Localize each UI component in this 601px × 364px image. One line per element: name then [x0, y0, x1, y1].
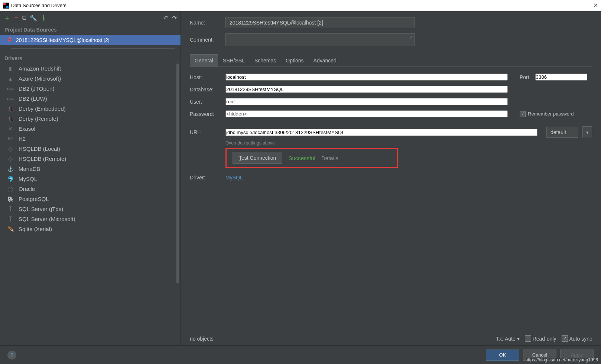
db-icon: ⚓ [7, 166, 14, 172]
db-icon: 🎩 [7, 106, 14, 112]
url-mode-select[interactable]: default [546, 127, 578, 138]
checkbox-icon: ✓ [562, 335, 568, 342]
db-icon: ▲ [7, 76, 14, 82]
db-icon: 🎩 [7, 116, 14, 122]
driver-item[interactable]: H2H2 [0, 134, 181, 144]
tab-advanced[interactable]: Advanced [309, 54, 341, 66]
add-icon[interactable]: ＋ [4, 13, 10, 22]
svg-rect-1 [3, 3, 6, 5]
db-icon: ◯ [7, 186, 14, 192]
user-label: User: [190, 99, 221, 105]
expand-icon[interactable]: ⤢ [409, 35, 412, 39]
project-sources-header: Project Data Sources [0, 25, 181, 35]
database-label: Database: [190, 87, 221, 92]
tab-general[interactable]: General [190, 54, 218, 66]
user-input[interactable] [225, 98, 508, 105]
driver-item[interactable]: 🐘PostgreSQL [0, 194, 181, 204]
close-icon[interactable]: ✕ [593, 2, 598, 9]
db-icon: DB2 [7, 87, 14, 91]
details-link[interactable]: Details [321, 155, 338, 161]
redo-icon[interactable]: ↷ [172, 14, 177, 22]
driver-item[interactable]: 🪶Sqlite (Xerial) [0, 224, 181, 234]
driver-item[interactable]: ▮Amazon Redshift [0, 64, 181, 74]
tab-options[interactable]: Options [281, 54, 308, 66]
drivers-header: Drivers [0, 53, 181, 64]
driver-item[interactable]: DB2DB2 (JTOpen) [0, 84, 181, 94]
driver-item[interactable]: ⚓MariaDB [0, 164, 181, 174]
db-icon: 🐘 [7, 196, 14, 202]
port-input[interactable] [535, 74, 587, 81]
database-input[interactable] [225, 86, 508, 93]
db-icon: ◎ [7, 156, 14, 162]
db-icon: 🪶 [7, 226, 14, 232]
content-panel: Name: Comment: ⤢ General SSH/SSL Schemas… [181, 11, 601, 345]
tab-schemas[interactable]: Schemas [250, 54, 281, 66]
comment-input[interactable]: ⤢ [225, 33, 415, 46]
autosync-checkbox[interactable]: ✓ Auto sync [562, 335, 592, 342]
driver-label: Driver: [190, 175, 221, 181]
db-icon: ◎ [7, 146, 14, 152]
password-input[interactable] [225, 110, 508, 117]
pin-icon: 📌 [6, 36, 13, 44]
name-label: Name: [190, 20, 221, 26]
port-label: Port: [520, 74, 531, 80]
checkbox-icon: ✓ [520, 111, 526, 117]
tabs: General SSH/SSL Schemas Options Advanced [190, 54, 592, 67]
footer: ? OK Cancel Apply [0, 345, 601, 364]
db-icon: 🗄 [7, 206, 14, 212]
override-note: Overrides settings above [225, 140, 592, 146]
tx-dropdown[interactable]: Tx: Auto ▾ [496, 336, 519, 342]
driver-item[interactable]: DB2DB2 (LUW) [0, 94, 181, 104]
chevron-down-icon: ▾ [517, 336, 520, 342]
bottom-bar: no objects Tx: Auto ▾ Read-only ✓ Auto s… [190, 335, 592, 342]
db-icon: ✕ [7, 126, 14, 132]
checkbox-icon [525, 335, 531, 342]
scrollbar[interactable] [176, 64, 179, 283]
sidebar: ＋ − ⧉ 🔧 ⭳ ↶ ↷ Project Data Sources 📌 201… [0, 11, 181, 345]
help-icon[interactable]: ? [7, 351, 16, 360]
ok-button[interactable]: OK [486, 350, 519, 361]
tab-sshssl[interactable]: SSH/SSL [218, 54, 250, 66]
remember-password-checkbox[interactable]: ✓ Remember password [520, 111, 574, 117]
undo-icon[interactable]: ↶ [163, 14, 168, 22]
intellij-icon [3, 3, 9, 9]
svg-rect-2 [6, 6, 9, 8]
driver-item[interactable]: ◎HSQLDB (Remote) [0, 154, 181, 164]
driver-link[interactable]: MySQL [225, 175, 243, 181]
driver-item[interactable]: 🎩Derby (Remote) [0, 114, 181, 124]
data-source-label: 20181229SSHtestMYSQL@localhost [2] [16, 37, 110, 43]
status-success: Successful [288, 155, 315, 161]
db-icon: DB2 [7, 97, 14, 101]
driver-item[interactable]: 🐬MySQL [0, 174, 181, 184]
copy-icon[interactable]: ⧉ [22, 14, 26, 21]
no-objects-label: no objects [190, 336, 214, 342]
url-input[interactable] [225, 129, 537, 136]
apply-button[interactable]: Apply [560, 350, 594, 361]
remove-icon[interactable]: − [14, 14, 18, 22]
test-connection-button[interactable]: Test Connection [233, 152, 282, 164]
titlebar: Data Sources and Drivers ✕ [0, 0, 601, 11]
driver-item[interactable]: 🗄SQL Server (Microsoft) [0, 214, 181, 224]
chevron-down-icon[interactable]: ▾ [582, 126, 592, 138]
settings-icon[interactable]: 🔧 [30, 14, 37, 22]
driver-item[interactable]: 🎩Derby (Embedded) [0, 104, 181, 114]
db-icon: 🐬 [7, 176, 14, 182]
host-input[interactable] [225, 74, 508, 81]
driver-item[interactable]: 🗄SQL Server (jTds) [0, 204, 181, 214]
cancel-button[interactable]: Cancel [523, 350, 556, 361]
driver-item[interactable]: ◯Oracle [0, 184, 181, 194]
url-label: URL: [190, 129, 221, 135]
driver-item[interactable]: ◎HSQLDB (Local) [0, 144, 181, 154]
svg-rect-3 [4, 7, 6, 7]
drivers-list: ▮Amazon Redshift ▲Azure (Microsoft) DB2D… [0, 64, 181, 345]
db-icon: ▮ [7, 66, 14, 72]
driver-item[interactable]: ▲Azure (Microsoft) [0, 74, 181, 84]
separator [11, 48, 175, 49]
driver-item[interactable]: ✕Exasol [0, 124, 181, 134]
import-icon[interactable]: ⭳ [41, 14, 47, 21]
name-input[interactable] [225, 17, 415, 28]
db-icon: H2 [7, 137, 14, 141]
readonly-checkbox[interactable]: Read-only [525, 335, 556, 342]
password-label: Password: [190, 111, 221, 117]
data-source-item[interactable]: 📌 20181229SSHtestMYSQL@localhost [2] [0, 35, 181, 45]
